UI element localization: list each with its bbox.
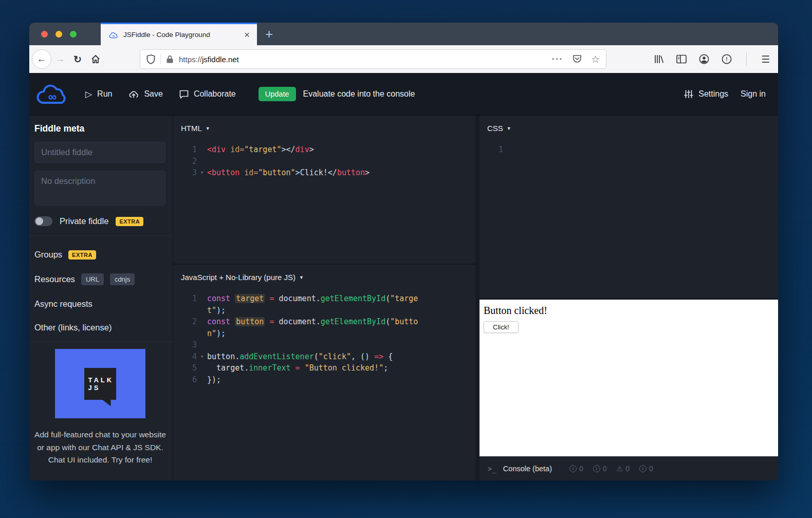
js-editor[interactable]: 1const target = document.getElementById(… (173, 293, 475, 385)
account-icon[interactable] (699, 54, 709, 64)
sliders-icon (684, 89, 693, 99)
run-button[interactable]: ▷ Run (85, 89, 112, 100)
extra-badge: EXTRA (116, 217, 143, 226)
console-error-counter[interactable]: ! 0 (569, 465, 583, 473)
bookmark-star-icon[interactable]: ☆ (591, 53, 600, 65)
toggle-knob (35, 217, 43, 225)
sidebar-item-async-requests[interactable]: Async requests (34, 299, 165, 309)
talkjs-ad-text[interactable]: Add full-featured chat to your website o… (34, 429, 166, 467)
sidebar-item-other[interactable]: Other (links, license) (34, 323, 165, 332)
evaluate-console-label: Evaluate code into the console (303, 89, 415, 99)
jsfiddle-favicon-icon: ∞ (108, 31, 118, 39)
code-row[interactable]: 3▾<button id="button">Click!</button> (173, 167, 475, 179)
library-icon[interactable] (654, 54, 664, 64)
tab-title: JSFiddle - Code Playground (123, 31, 239, 39)
new-tab-button[interactable]: + (257, 23, 273, 45)
result-heading-text: Button clicked! (484, 305, 774, 317)
code-row[interactable]: 2 (173, 156, 475, 168)
js-editor-panel: JavaScript + No-Library (pure JS) ▼ 1con… (173, 265, 475, 480)
html-panel-title: HTML (181, 124, 202, 133)
url-bar[interactable]: https://jsfiddle.net ··· ☆ (140, 49, 606, 69)
info-circle-icon: ! (593, 465, 600, 472)
jsfiddle-header: ∞ ▷ Run Save Collaborate Update Evaluate… (29, 73, 778, 116)
code-row[interactable]: 5 target.innerText = "Button clicked!"; (173, 362, 475, 374)
browser-toolbar: ← → ↻ https://jsfiddle.net ··· ☆ (29, 45, 778, 73)
talkjs-ad[interactable]: TALK JS Add full-featured chat to your w… (34, 349, 165, 467)
css-editor[interactable]: 1 (479, 144, 778, 156)
html-panel-header[interactable]: HTML ▼ (173, 116, 475, 133)
code-row[interactable]: 6}); (173, 374, 475, 386)
log-circle-icon: ! (639, 465, 647, 472)
sidebar-item-resources[interactable]: Resources URL cdnjs (34, 273, 165, 285)
svg-text:!: ! (726, 57, 727, 62)
panel-resize-gutter[interactable] (475, 116, 479, 480)
hamburger-menu-icon[interactable]: ☰ (761, 53, 770, 65)
chat-bubble-icon (179, 90, 189, 99)
resource-badge-url[interactable]: URL (81, 273, 104, 285)
chevron-down-icon: ▼ (299, 275, 304, 280)
back-button[interactable]: ← (32, 49, 51, 69)
css-panel-title: CSS (487, 124, 503, 133)
collaborate-button[interactable]: Collaborate (179, 89, 236, 99)
window-controls (29, 23, 101, 45)
console-prompt-icon: >_ (488, 465, 496, 473)
console-info-counter[interactable]: ! 0 (593, 465, 607, 473)
url-separator (160, 54, 161, 64)
talkjs-logo: TALK JS (84, 368, 116, 400)
css-editor-panel: CSS ▼ 1 (479, 116, 778, 298)
browser-tab-bar: ∞ JSFiddle - Code Playground × + (29, 23, 778, 45)
resource-badge-cdnjs[interactable]: cdnjs (110, 273, 135, 285)
code-row[interactable]: 1<div id="target"></div> (173, 144, 475, 156)
warning-triangle-icon: ⚠ (617, 465, 623, 472)
console-warning-counter[interactable]: ⚠ 0 (617, 465, 630, 473)
html-editor[interactable]: 1<div id="target"></div>23▾<button id="b… (173, 144, 475, 179)
pocket-icon[interactable] (573, 54, 582, 64)
sidebars-icon[interactable] (676, 54, 687, 64)
jsfiddle-logo[interactable]: ∞ (35, 80, 67, 108)
minimize-window-button[interactable] (56, 31, 62, 38)
reload-button[interactable]: ↻ (69, 53, 86, 65)
browser-tab[interactable]: ∞ JSFiddle - Code Playground × (101, 23, 257, 45)
result-panel: Button clicked! Click! (479, 298, 778, 456)
save-button[interactable]: Save (128, 89, 162, 99)
private-fiddle-toggle[interactable] (34, 216, 52, 226)
js-panel-header[interactable]: JavaScript + No-Library (pure JS) ▼ (173, 265, 475, 282)
close-window-button[interactable] (41, 31, 48, 38)
code-row[interactable]: 4▾button.addEventListener("click", () =>… (173, 351, 475, 363)
console-log-counter[interactable]: ! 0 (639, 465, 653, 473)
console-bar[interactable]: >_ Console (beta) ! 0 ! 0 ⚠ 0 (479, 456, 778, 480)
zoom-window-button[interactable] (70, 31, 77, 38)
lock-icon[interactable] (166, 55, 174, 64)
extra-badge: EXTRA (68, 250, 96, 260)
close-tab-icon[interactable]: × (244, 30, 250, 40)
talkjs-ad-image[interactable]: TALK JS (55, 349, 145, 418)
sidebar-item-groups[interactable]: Groups EXTRA (34, 250, 165, 260)
code-row[interactable]: 2const button = document.getElementById(… (173, 316, 475, 328)
sidebar-divider (29, 235, 173, 236)
forward-button[interactable]: → (51, 53, 69, 65)
html-editor-panel: HTML ▼ 1<div id="target"></div>23▾<butto… (173, 116, 475, 265)
cloud-upload-icon (128, 90, 139, 99)
home-button[interactable] (86, 54, 105, 64)
code-row[interactable]: 1 (479, 144, 778, 156)
settings-button[interactable]: Settings (684, 89, 728, 99)
code-row[interactable]: t"); (173, 305, 475, 317)
fiddle-title-input[interactable] (34, 142, 165, 163)
browser-window: ∞ JSFiddle - Code Playground × + ← → ↻ h… (29, 23, 778, 480)
url-domain: jsfiddle.net (202, 55, 239, 64)
code-row[interactable]: 3 (173, 339, 475, 351)
sign-in-button[interactable]: Sign in (741, 89, 766, 99)
result-click-button[interactable]: Click! (484, 321, 519, 333)
console-label: Console (beta) (503, 465, 552, 473)
main-content: Fiddle meta Private fiddle EXTRA Groups … (29, 116, 778, 480)
page-actions-icon[interactable]: ··· (552, 54, 563, 64)
tracking-protection-shield-icon[interactable] (146, 54, 155, 64)
css-panel-header[interactable]: CSS ▼ (479, 116, 778, 133)
url-scheme: https:// (179, 55, 202, 64)
update-button[interactable]: Update (259, 87, 296, 101)
extension-icon[interactable]: ! (722, 54, 732, 64)
svg-text:∞: ∞ (113, 34, 115, 38)
fiddle-description-input[interactable] (34, 171, 165, 206)
code-row[interactable]: 1const target = document.getElementById(… (173, 293, 475, 305)
code-row[interactable]: n"); (173, 328, 475, 340)
